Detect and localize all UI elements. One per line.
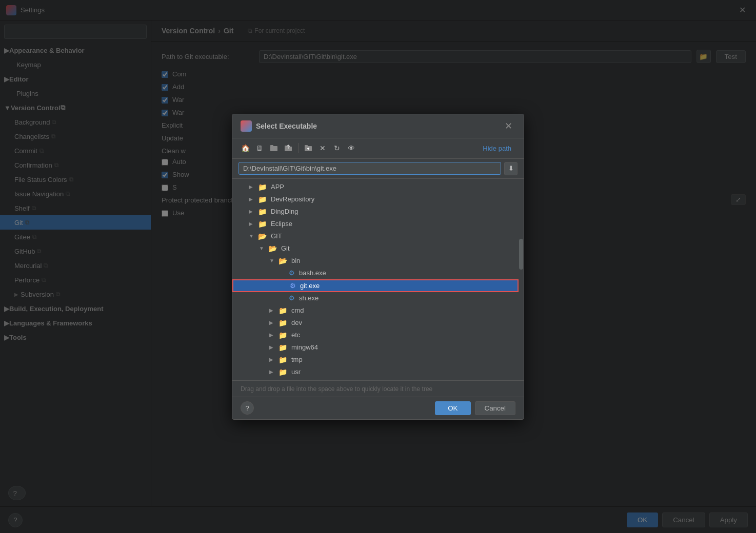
tree-item-label: DevRepository	[271, 195, 314, 203]
tree-item-etc[interactable]: ▶ 📁 etc	[232, 329, 519, 341]
tree-item-label: DingDing	[271, 208, 298, 215]
svg-rect-5	[305, 145, 308, 147]
folder-collapse-icon: ▶	[249, 196, 256, 202]
show-hidden-button[interactable]: 👁	[345, 141, 358, 155]
modal-title: Select Executable	[256, 122, 498, 130]
folder-collapse-icon: ▶	[269, 320, 276, 325]
tree-item-eclipse[interactable]: ▶ 📁 Eclipse	[232, 218, 519, 230]
tree-item-label: GIT	[271, 232, 282, 240]
svg-rect-0	[270, 146, 277, 151]
modal-toolbar: 🏠 🖥	[232, 138, 524, 159]
tree-item-sh-exe[interactable]: ⚙ sh.exe	[232, 292, 519, 304]
home-button[interactable]: 🏠	[238, 141, 252, 155]
tree-item-label: mingw64	[291, 343, 318, 351]
folder-icon: 📁	[278, 306, 287, 315]
modal-ok-button[interactable]: OK	[435, 401, 470, 415]
modal-footer: ? OK Cancel	[232, 397, 524, 419]
tree-item-label: sh.exe	[299, 294, 319, 302]
modal-help-button[interactable]: ?	[241, 401, 254, 415]
tree-item-tmp[interactable]: ▶ 📁 tmp	[232, 354, 519, 366]
folder-collapse-icon: ▶	[269, 308, 276, 313]
file-tree: ▶ 📁 APP ▶ 📁 DevRepository ▶ 📁 DingDing	[232, 179, 519, 380]
folder-icon: 📁	[258, 183, 267, 191]
tree-item-git-sub[interactable]: ▼ 📂 Git	[232, 242, 519, 255]
folder-collapse-icon: ▶	[249, 221, 256, 227]
tree-item-git-exe[interactable]: ⚙ git.exe	[232, 279, 519, 292]
tree-item-label: Git	[281, 244, 290, 252]
modal-title-bar: Select Executable ✕	[232, 114, 524, 138]
folder-collapse-icon: ▶	[269, 357, 276, 362]
modal-overlay: Select Executable ✕ 🏠 🖥	[0, 0, 756, 533]
file-tree-area: ▶ 📁 APP ▶ 📁 DevRepository ▶ 📁 DingDing	[232, 179, 524, 380]
folder-icon: 📁	[278, 343, 287, 352]
folder-expand-icon: ▼	[269, 258, 276, 263]
folder-icon: 📁	[258, 195, 267, 203]
tree-item-app[interactable]: ▶ 📁 APP	[232, 181, 519, 193]
tree-item-devrepository[interactable]: ▶ 📁 DevRepository	[232, 193, 519, 206]
folder-open-icon: 📂	[258, 232, 267, 240]
toolbar-separator	[298, 143, 299, 153]
folder-icon: 📁	[278, 356, 287, 364]
folder-icon: 📁	[258, 220, 267, 228]
tree-item-usr[interactable]: ▶ 📁 usr	[232, 366, 519, 378]
modal-cancel-button[interactable]: Cancel	[475, 401, 516, 415]
refresh-button[interactable]: ↻	[330, 141, 344, 155]
folder-collapse-icon: ▶	[269, 344, 276, 350]
modal-path-row: ⬇	[232, 159, 524, 179]
tree-item-label: git.exe	[300, 282, 320, 290]
modal-logo-icon	[241, 120, 252, 132]
tree-item-bash-exe[interactable]: ⚙ bash.exe	[232, 267, 519, 279]
folder-icon: 📁	[278, 319, 287, 327]
modal-close-button[interactable]: ✕	[502, 119, 515, 133]
folder-open-icon: 📂	[278, 257, 287, 265]
hint-area: Drag and drop a file into the space abov…	[232, 380, 524, 397]
tree-item-bin[interactable]: ▼ 📂 bin	[232, 255, 519, 267]
tree-item-label: etc	[291, 331, 300, 339]
tree-item-label: cmd	[291, 306, 304, 314]
folder-icon: 📁	[258, 208, 267, 216]
tree-item-dev[interactable]: ▶ 📁 dev	[232, 317, 519, 329]
folder-collapse-icon: ▶	[269, 332, 276, 338]
select-executable-dialog: Select Executable ✕ 🏠 🖥	[232, 114, 524, 420]
file-icon: ⚙	[289, 269, 295, 277]
file-icon: ⚙	[289, 294, 295, 302]
delete-button[interactable]: ✕	[316, 141, 329, 155]
hint-text: Drag and drop a file into the space abov…	[241, 385, 432, 393]
svg-rect-1	[270, 145, 273, 147]
tree-item-mingw64[interactable]: ▶ 📁 mingw64	[232, 341, 519, 354]
new-folder-button[interactable]	[302, 141, 315, 155]
file-icon: ⚙	[290, 282, 296, 290]
folder-icon: 📁	[278, 331, 287, 339]
scrollbar-thumb	[519, 239, 523, 270]
folder-collapse-icon: ▶	[269, 369, 276, 375]
folder-open-icon: 📂	[268, 244, 277, 253]
folder-expand-icon: ▼	[249, 233, 256, 239]
desktop-button[interactable]: 🖥	[253, 141, 266, 155]
tree-item-label: usr	[291, 368, 301, 376]
folder-collapse-icon: ▶	[249, 209, 256, 214]
folder-collapse-icon: ▶	[249, 184, 256, 190]
hide-path-button[interactable]: Hide path	[476, 141, 518, 155]
folder-button[interactable]	[267, 141, 281, 155]
folder-icon: 📁	[278, 368, 287, 376]
tree-item-label: bin	[291, 257, 300, 264]
tree-item-dingding[interactable]: ▶ 📁 DingDing	[232, 206, 519, 218]
tree-item-cmd[interactable]: ▶ 📁 cmd	[232, 304, 519, 317]
download-button[interactable]: ⬇	[504, 162, 518, 175]
modal-path-input[interactable]	[238, 162, 501, 175]
folder-up-button[interactable]	[282, 141, 295, 155]
tree-item-label: dev	[291, 319, 302, 326]
tree-item-label: APP	[271, 183, 284, 191]
folder-expand-icon: ▼	[259, 245, 266, 251]
tree-item-label: bash.exe	[299, 269, 326, 277]
tree-item-label: Eclipse	[271, 220, 292, 228]
tree-item-label: tmp	[291, 356, 303, 363]
modal-scrollbar[interactable]	[519, 179, 524, 380]
tree-item-git-root[interactable]: ▼ 📂 GIT	[232, 230, 519, 242]
